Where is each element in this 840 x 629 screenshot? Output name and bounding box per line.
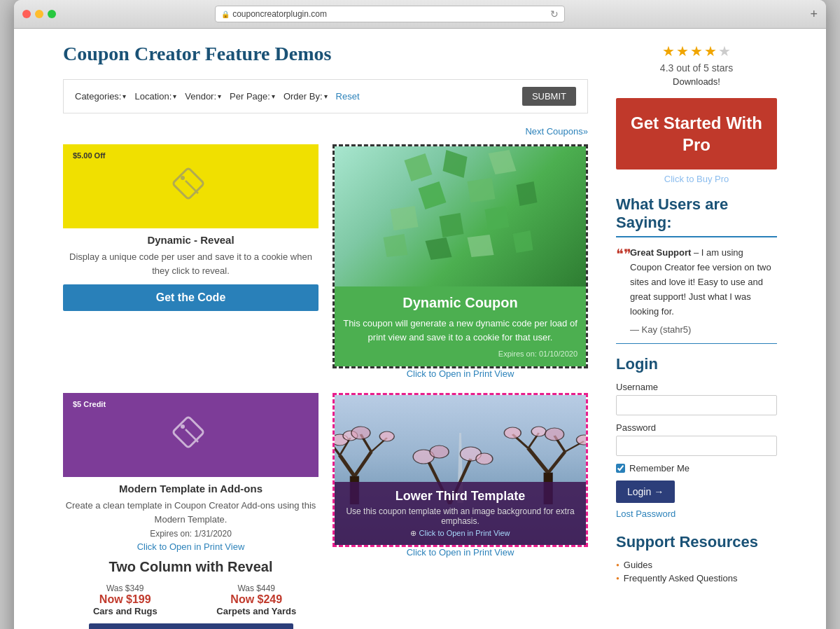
item2-desc: Carpets and Yards: [195, 606, 319, 616]
support-item-faq[interactable]: ● Frequently Asked Questions: [616, 572, 777, 585]
pro-box[interactable]: Get Started With Pro: [616, 98, 777, 170]
svg-line-21: [354, 452, 371, 476]
dynamic-shapes: [335, 146, 586, 286]
svg-marker-7: [468, 178, 496, 202]
two-col-title: Two Column with Reveal: [63, 559, 318, 575]
star-3: ★: [690, 43, 703, 60]
login-button[interactable]: Login →: [616, 481, 675, 503]
rating-text: 4.3 out of 5 stars: [616, 62, 777, 74]
address-bar[interactable]: 🔒 couponcreatorplugin.com ↻: [215, 6, 565, 22]
star-4: ★: [704, 43, 717, 60]
location-filter[interactable]: Location:: [134, 91, 176, 102]
coupon2-title: Modern Template in Add-ons: [63, 483, 318, 495]
url-text: couponcreatorplugin.com: [232, 9, 327, 19]
dynamic-coupon-body: Dynamic Coupon This coupon will generate…: [335, 286, 586, 366]
minimize-dot[interactable]: [35, 10, 43, 18]
coupon1-desc: Display a unique code per user and save …: [63, 250, 318, 277]
svg-point-29: [379, 431, 394, 441]
downloads-text: Downloads!: [616, 76, 777, 87]
col-item-1: Was $349 Now $199 Cars and Rugs: [63, 583, 188, 616]
item1-now: Now $199: [63, 593, 188, 606]
svg-point-39: [545, 428, 564, 441]
get-code-button[interactable]: Get the Code: [63, 284, 318, 311]
browser-content: Coupon Creator Feature Demos Categories:…: [14, 29, 826, 629]
support-section: Support Resources ● Guides ● Frequently …: [616, 533, 777, 585]
vendor-filter[interactable]: Vendor:: [185, 91, 221, 102]
svg-line-20: [340, 455, 354, 476]
dynamic-coupon-wrapper: Dynamic Coupon This coupon will generate…: [332, 144, 588, 368]
tag-icon-white: [170, 414, 212, 456]
remember-label: Remember Me: [629, 463, 690, 474]
coupon-yellow-visual: $5.00 Off: [63, 144, 318, 228]
coupon2-desc: Create a clean template in Coupon Creato…: [63, 499, 318, 526]
svg-marker-10: [440, 213, 464, 237]
next-coupons-nav: Next Coupons»: [63, 125, 588, 137]
browser-window: 🔒 couponcreatorplugin.com ↻ + Coupon Cre…: [14, 0, 826, 629]
coupon3-expires: Expires on: 01/10/2020: [343, 350, 578, 358]
two-col-section: Two Column with Reveal Was $349 Now $199…: [63, 559, 318, 629]
support-list: ● Guides ● Frequently Asked Questions: [616, 558, 777, 585]
username-input[interactable]: [616, 395, 777, 415]
filter-bar: Categories: Location: Vendor: Per Page: …: [63, 79, 588, 113]
coupon3-title: Dynamic Coupon: [343, 295, 578, 311]
coupon4-title: Lower Third Template: [343, 489, 578, 504]
svg-point-28: [351, 427, 370, 439]
coupon4-print-link-top[interactable]: Click to Open in Print View: [419, 529, 510, 537]
quote-mark: ❝❞: [616, 246, 631, 263]
svg-marker-4: [443, 150, 468, 178]
item1-was: Was $349: [63, 583, 188, 593]
coupon-purple-visual: $5 Credit: [63, 393, 318, 477]
svg-point-44: [430, 445, 449, 458]
svg-marker-15: [513, 230, 533, 253]
coupon4-print-link-bottom[interactable]: Click to Open in Print View: [332, 547, 588, 558]
coupon2-print-link[interactable]: Click to Open in Print View: [63, 541, 318, 552]
svg-point-17: [181, 424, 185, 429]
coupon-modern-template: $5 Credit Modern Template in Add-ons Cre…: [63, 393, 318, 629]
what-users-title: What Users are Saying:: [616, 195, 777, 237]
password-label: Password: [616, 422, 777, 433]
username-label: Username: [616, 382, 777, 392]
support-faq-label: Frequently Asked Questions: [624, 573, 738, 583]
order-by-filter[interactable]: Order By:: [284, 91, 328, 102]
coupon2-expires: Expires on: 1/31/2020: [63, 529, 318, 539]
remember-checkbox[interactable]: [616, 464, 625, 473]
cleaning-code-button[interactable]: Get Cleaning Code: [89, 623, 293, 629]
testimonial: ❝❞ Great Support – I am using Coupon Cre…: [616, 246, 777, 335]
print-icon: ⊕: [410, 529, 416, 537]
svg-marker-6: [419, 181, 447, 209]
svg-marker-12: [384, 234, 408, 257]
svg-line-32: [548, 452, 565, 473]
new-tab-button[interactable]: +: [810, 7, 818, 22]
svg-marker-9: [391, 206, 419, 230]
lower-third-bar: Lower Third Template Use this coupon tem…: [335, 482, 586, 545]
remember-row: Remember Me: [616, 463, 777, 474]
item2-was: Was $449: [195, 583, 319, 593]
submit-button[interactable]: SUBMIT: [522, 87, 576, 106]
bullet-icon-2: ●: [616, 575, 620, 581]
star-2: ★: [676, 43, 689, 60]
support-item-guides[interactable]: ● Guides: [616, 558, 777, 572]
bullet-icon: ●: [616, 562, 620, 568]
password-input[interactable]: [616, 436, 777, 456]
buy-pro-link[interactable]: Click to Buy Pro: [616, 174, 777, 184]
svg-line-18: [186, 429, 198, 442]
login-title: Login: [616, 355, 777, 373]
svg-point-1: [181, 176, 185, 180]
coupon-lower-third: Lower Third Template Use this coupon tem…: [332, 393, 588, 629]
coupon3-print-link[interactable]: Click to Open in Print View: [332, 368, 588, 379]
svg-point-46: [476, 453, 493, 464]
reset-link[interactable]: Reset: [336, 91, 360, 102]
star-1: ★: [662, 43, 675, 60]
categories-filter[interactable]: Categories:: [75, 91, 126, 102]
coupons-grid: $5.00 Off Dynamic - Reveal Display a uni…: [63, 144, 588, 629]
svg-marker-14: [468, 235, 494, 257]
maximize-dot[interactable]: [48, 10, 56, 18]
browser-toolbar: 🔒 couponcreatorplugin.com ↻ +: [14, 0, 826, 29]
lost-password-link[interactable]: Lost Password: [616, 509, 777, 519]
close-dot[interactable]: [22, 10, 31, 18]
next-coupons-link[interactable]: Next Coupons»: [525, 126, 588, 137]
per-page-filter[interactable]: Per Page:: [230, 91, 275, 102]
coupon4-desc: Use this coupon template with an image b…: [343, 506, 578, 526]
refresh-icon[interactable]: ↻: [550, 8, 559, 20]
svg-marker-8: [517, 181, 538, 206]
